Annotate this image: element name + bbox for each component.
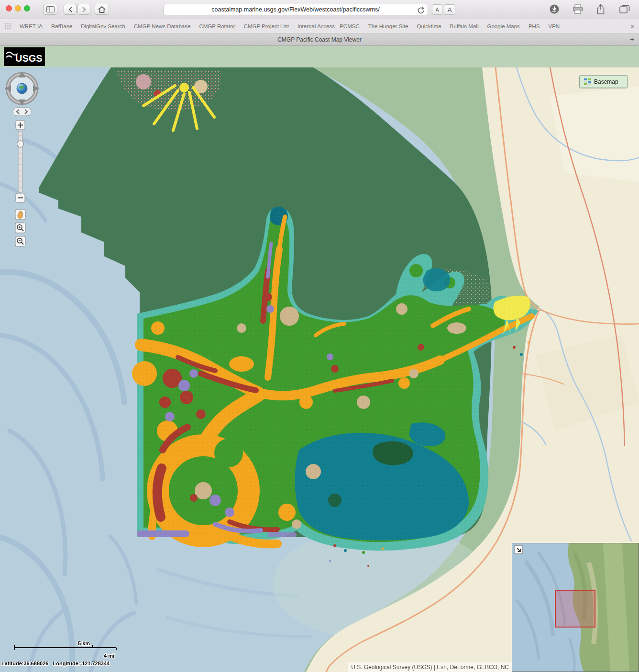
print-page-button[interactable]	[572, 4, 584, 16]
bookmark-item[interactable]: VPN	[549, 23, 560, 29]
zoom-out-box-button[interactable]	[15, 236, 25, 246]
close-window-button[interactable]	[6, 5, 12, 11]
bookmark-item[interactable]: Buffalo Mail	[450, 23, 479, 29]
map-viewport[interactable]: Basemap	[0, 67, 639, 672]
reload-button[interactable]	[417, 6, 425, 15]
bookmark-item[interactable]: CMGP Rotator	[199, 23, 235, 29]
active-tab[interactable]: CMGP Pacific Coast Map Viewer	[277, 36, 362, 43]
share-icon	[596, 4, 606, 15]
compass-control[interactable]	[5, 71, 39, 106]
text-size-increase-button[interactable]: A	[444, 4, 455, 15]
home-button[interactable]	[95, 4, 109, 15]
bookmark-item[interactable]: CMGP News Database	[134, 23, 191, 29]
minimize-window-button[interactable]	[15, 5, 21, 11]
overview-toggle-button[interactable]	[514, 545, 523, 554]
pan-tool-button[interactable]	[15, 209, 25, 220]
bookmark-item[interactable]: PHS	[529, 23, 540, 29]
overview-extent-rectangle[interactable]	[555, 590, 595, 627]
bookmark-item[interactable]: Google Maps	[487, 23, 519, 29]
chevron-right-icon	[82, 6, 87, 13]
download-icon	[549, 4, 560, 14]
sidebar-icon	[46, 6, 55, 12]
bookmark-item[interactable]: WRET-IA	[20, 23, 43, 29]
bookmark-item[interactable]: The Hunger Site	[368, 23, 408, 29]
chevron-left-icon	[68, 6, 73, 13]
overview-map-canvas	[512, 543, 639, 672]
attribution-text: U.S. Geological Survey (USGS) | Esri, De…	[351, 664, 509, 671]
bookmark-item[interactable]: RefBase	[51, 23, 72, 29]
zoom-slider[interactable]	[17, 131, 24, 192]
map-navigation-controls	[3, 68, 43, 251]
large-a-label: A	[448, 6, 452, 13]
forward-button[interactable]	[77, 4, 90, 15]
bookmark-item[interactable]: CMGP Project List	[244, 23, 289, 29]
text-size-decrease-button[interactable]: A	[432, 4, 442, 15]
svg-text:4 mi: 4 mi	[104, 653, 114, 659]
coordinates-readout: Latitude:36.688026 Longitude:-121.728344	[1, 661, 110, 666]
zoom-window-button[interactable]	[24, 5, 30, 11]
svg-text:USGS: USGS	[15, 53, 43, 64]
browser-toolbar: coastalmap.marine.usgs.gov/FlexWeb/westc…	[0, 0, 639, 19]
bookmark-item[interactable]: Quicktime	[417, 23, 441, 29]
arrow-southeast-icon	[516, 547, 521, 552]
printer-icon	[572, 4, 584, 14]
bookmark-item[interactable]: DigitalGov Search	[81, 23, 125, 29]
app-header: USGS USGS California State Waters Map Se…	[0, 46, 639, 67]
zoom-slider-handle[interactable]	[17, 141, 24, 147]
basemap-label: Basemap	[594, 78, 618, 85]
browser-window: coastalmap.marine.usgs.gov/FlexWeb/westc…	[0, 0, 639, 672]
tab-bar: CMGP Pacific Coast Map Viewer +	[0, 33, 639, 46]
basemap-button[interactable]: Basemap	[579, 75, 628, 88]
back-button[interactable]	[64, 4, 77, 15]
bookmarks-overflow-button[interactable]: »	[631, 22, 634, 30]
zoom-out-button[interactable]	[16, 193, 25, 202]
bookmarks-bar: WRET-IA RefBase DigitalGov Search CMGP N…	[0, 19, 639, 33]
scale-bar: 5 km 4 mi	[12, 639, 132, 661]
zoom-in-button[interactable]	[16, 121, 25, 130]
rotate-control[interactable]	[13, 108, 31, 116]
url-text: coastalmap.marine.usgs.gov/FlexWeb/westc…	[211, 6, 379, 13]
bookmark-item[interactable]: Internal Access - PCMSC	[297, 23, 360, 29]
svg-text:5 km: 5 km	[78, 640, 90, 646]
small-a-label: A	[436, 7, 439, 12]
zoom-in-box-button[interactable]	[15, 223, 25, 233]
home-icon	[98, 6, 106, 13]
overview-map[interactable]	[512, 543, 639, 672]
sidebar-toggle-button[interactable]	[43, 4, 57, 15]
new-tab-button[interactable]: +	[630, 35, 634, 43]
tabs-icon	[619, 4, 630, 14]
tab-overview-button[interactable]	[619, 4, 630, 16]
usgs-logo: USGS	[4, 47, 45, 66]
bookmarks-grid-icon[interactable]	[5, 23, 11, 29]
address-bar[interactable]: coastalmap.marine.usgs.gov/FlexWeb/westc…	[163, 4, 428, 15]
map-attribution: U.S. Geological Survey (USGS) | Esri, De…	[348, 662, 512, 672]
basemap-grid-icon	[584, 78, 591, 86]
share-button[interactable]	[596, 4, 606, 17]
reload-icon	[417, 6, 425, 14]
downloads-button[interactable]	[549, 4, 560, 16]
